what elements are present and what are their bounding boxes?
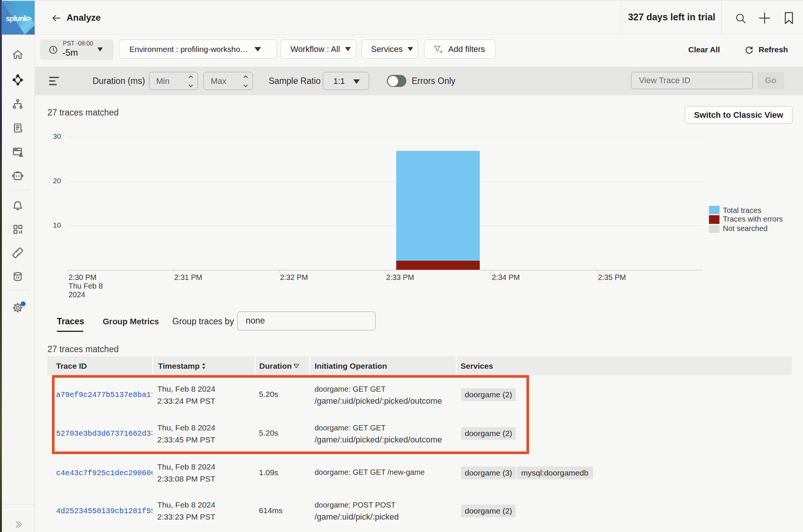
- svg-text:splunk: splunk: [6, 14, 29, 23]
- svg-text:>: >: [27, 14, 32, 23]
